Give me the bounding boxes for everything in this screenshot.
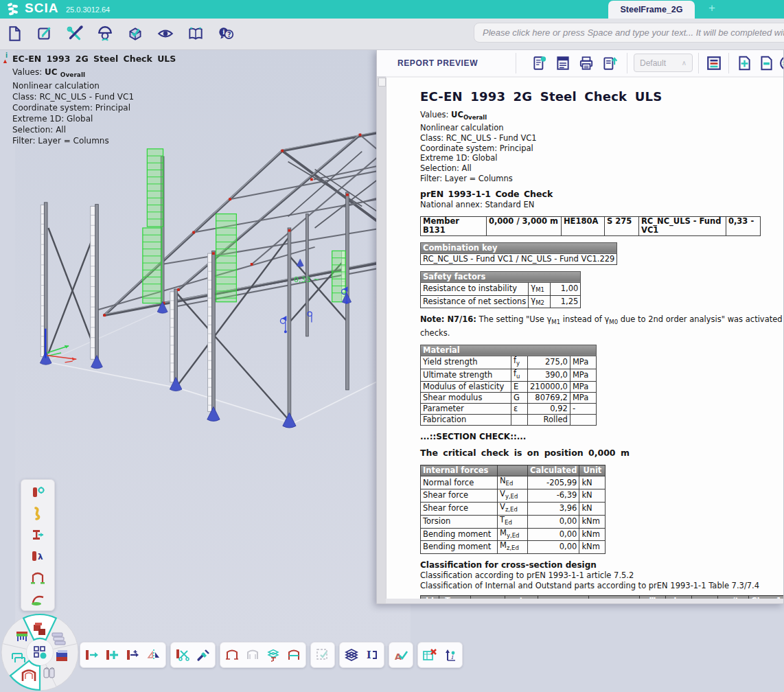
material-table: MaterialYield strengthfy275,0MPaUltimate…: [420, 345, 597, 426]
delete-table-icon[interactable]: [419, 644, 440, 666]
rename-member-icon[interactable]: I: [362, 644, 382, 666]
safety-factors-table: Safety factorsResistance to instabilityγ…: [420, 271, 581, 309]
report-left-gutter[interactable]: [377, 76, 386, 603]
critical-position-line: The critical check is on position 0,000 …: [420, 448, 783, 458]
check-summary-overlay: EC-EN 1993 2G Steel Check ULS Values: UC…: [12, 54, 176, 146]
member-settings-icon[interactable]: [23, 481, 53, 503]
library-icon[interactable]: [184, 22, 207, 45]
report-preview-body: EC-EN 1993 2G Steel Check ULS Values: UC…: [377, 76, 783, 603]
region-select-icon[interactable]: [312, 644, 333, 666]
internal-forces-table: Internal forcesCalculatedUnitNormal forc…: [420, 465, 606, 554]
report-items-icon[interactable]: [704, 53, 724, 73]
frame-ghost-icon[interactable]: [242, 644, 263, 666]
cross-section-icon[interactable]: [23, 524, 53, 545]
classification-lines: Classification according to prEN 1993-1-…: [420, 570, 783, 590]
member-summary-table: Member B1310,000 / 3,000 mHE180AS 275RC_…: [420, 216, 761, 236]
report-page[interactable]: EC-EN 1993 2G Steel Check ULS Values: UC…: [386, 78, 783, 599]
frame-catalog-icon[interactable]: [222, 644, 242, 666]
template-dropdown[interactable]: Default ∧: [634, 54, 693, 72]
export-icon[interactable]: [599, 53, 620, 73]
print-icon[interactable]: [576, 53, 597, 73]
svg-text:I: I: [367, 649, 371, 660]
report-document: EC-EN 1993 2G Steel Check ULS Values: UC…: [420, 89, 783, 599]
brand-logo: SCIA: [25, 1, 58, 16]
cut-member-icon[interactable]: [172, 644, 193, 666]
tools-icon[interactable]: [63, 22, 87, 45]
help-icon[interactable]: i?: [214, 22, 238, 45]
new-project-icon[interactable]: [3, 22, 26, 45]
measure-info-icon[interactable]: i: [440, 644, 461, 666]
stability-lambda-icon[interactable]: λ: [23, 545, 53, 566]
version-label: 25.0.3012.64: [66, 5, 110, 14]
curved-member-icon[interactable]: [23, 503, 53, 524]
spotlight-input[interactable]: [474, 23, 784, 43]
input-panel-toolbar: λ: [21, 479, 55, 611]
mirror-icon[interactable]: [143, 644, 164, 666]
layers-icon[interactable]: [341, 644, 362, 666]
section-check-heading: ...::SECTION CHECK::...: [420, 432, 783, 441]
copy-member-icon[interactable]: [102, 644, 123, 666]
radial-workstation-menu[interactable]: [0, 612, 84, 692]
report-horizontal-scrollbar[interactable]: [386, 599, 783, 603]
check-cube-icon[interactable]: [124, 22, 147, 45]
project-tab[interactable]: SteelFrame_2G: [608, 1, 695, 19]
frame-supports-icon[interactable]: [23, 566, 53, 588]
overlay-meta-lines: Nonlinear calculationClass: RC_NC_ULS - …: [12, 80, 176, 146]
report-preview-header: REPORT PREVIEW Default ∧ 100: [377, 50, 783, 77]
title-bar: SCIA 25.0.3012.64 SteelFrame_2G +: [0, 0, 784, 19]
code-check-title: prEN 1993-1-1 Code Check: [420, 189, 783, 199]
regenerate-report-icon[interactable]: [529, 53, 550, 73]
svg-text:?: ?: [227, 31, 231, 38]
shell-arch-icon[interactable]: [23, 588, 53, 609]
edit-project-icon[interactable]: [33, 22, 56, 45]
zoom-100-icon[interactable]: 100: [776, 53, 784, 73]
chevron-up-icon: ∧: [682, 59, 687, 67]
svg-text:i: i: [451, 654, 454, 660]
doc-values-line: Values: UCOverall: [420, 110, 783, 123]
modify-toolbar: I A i: [80, 641, 467, 669]
report-preview-panel: REPORT PREVIEW Default ∧ 100 EC-EN 1993 …: [376, 49, 784, 604]
panel-title: REPORT PREVIEW: [397, 58, 478, 68]
scia-logo-icon: [5, 2, 22, 17]
scia-window: 0,33 ~ i ▲ EC-EN 1993 2G Steel Check ULS…: [0, 0, 784, 692]
move-member-icon[interactable]: [82, 644, 102, 666]
paint-properties-icon[interactable]: [193, 644, 214, 666]
check-member-icon[interactable]: A: [391, 644, 411, 666]
steel-box-icon: [56, 650, 67, 661]
main-toolbar: i?: [0, 19, 784, 50]
result-value-label: 0,33 ~: [294, 275, 320, 284]
new-tab-button[interactable]: +: [704, 1, 719, 15]
note-paragraph: Note: N7/16: The setting "Use γM1 instea…: [420, 314, 783, 338]
combination-key-table: Combination keyRC_NC_ULS - Fund VC1 / NC…: [420, 242, 617, 265]
svg-text:λ: λ: [38, 552, 43, 562]
table-of-contents-icon[interactable]: [553, 53, 573, 73]
doc-title: EC-EN 1993 2G Steel Check ULS: [420, 89, 783, 104]
view-icon[interactable]: [154, 22, 177, 45]
doc-meta-lines: Nonlinear calculationClass: RC_NC_ULS - …: [420, 123, 783, 184]
multi-copy-icon[interactable]: [123, 644, 143, 666]
classification-heading: Classification for cross-section design: [420, 560, 783, 570]
fit-page-icon[interactable]: [734, 53, 754, 73]
overlay-title: EC-EN 1993 2G Steel Check ULS: [12, 54, 176, 65]
frame-beam-icon[interactable]: [284, 644, 304, 666]
national-annex: National annex: Standard EN: [420, 200, 783, 209]
grid-stack-icon[interactable]: [263, 644, 284, 666]
warning-triangle-icon: ▲: [2, 58, 8, 65]
single-page-icon[interactable]: [756, 53, 776, 73]
engineer-icon[interactable]: [93, 22, 117, 45]
overlay-values-line: Values: UC Overall: [12, 67, 176, 80]
